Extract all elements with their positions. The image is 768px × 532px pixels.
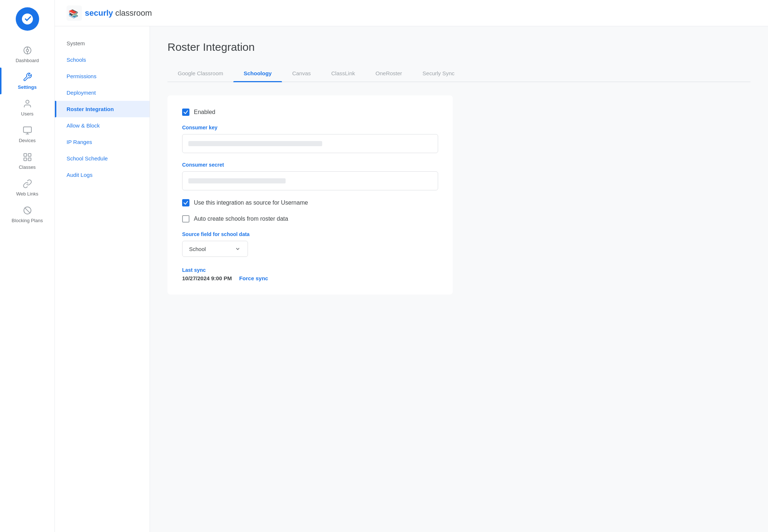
source-field-value: School	[189, 246, 206, 252]
nav-item-ip-ranges[interactable]: IP Ranges	[55, 134, 150, 150]
use-integration-row: Use this integration as source for Usern…	[182, 199, 438, 206]
sidebar-item-devices[interactable]: Devices	[0, 121, 54, 148]
main-area: 📚 securly classroom System Schools Permi…	[55, 0, 768, 532]
tab-canvas[interactable]: Canvas	[282, 65, 321, 81]
svg-rect-10	[28, 153, 31, 156]
devices-label: Devices	[19, 138, 35, 143]
sidebar-item-classes[interactable]: Classes	[0, 148, 54, 174]
classes-label: Classes	[19, 164, 35, 170]
blocking-plans-icon	[22, 205, 33, 216]
use-integration-checkmark-icon	[183, 200, 188, 205]
dashboard-label: Dashboard	[16, 58, 39, 63]
secondary-sidebar: System Schools Permissions Deployment Ro…	[55, 26, 150, 532]
last-sync-row: 10/27/2024 9:00 PM Force sync	[182, 275, 438, 281]
svg-line-14	[25, 208, 30, 213]
blocking-plans-label: Blocking Plans	[12, 218, 43, 223]
left-sidebar: Dashboard Settings Users Devices	[0, 0, 55, 532]
chevron-down-icon	[234, 246, 241, 252]
web-links-label: Web Links	[16, 191, 38, 197]
dashboard-icon	[22, 45, 33, 56]
consumer-key-label: Consumer key	[182, 125, 438, 130]
content-area: System Schools Permissions Deployment Ro…	[55, 26, 768, 532]
consumer-key-placeholder-bar	[188, 141, 322, 146]
devices-icon	[22, 125, 33, 136]
svg-text:📚: 📚	[68, 9, 79, 19]
nav-item-allow-block[interactable]: Allow & Block	[55, 117, 150, 134]
settings-label: Settings	[18, 84, 37, 90]
sidebar-item-blocking-plans[interactable]: Blocking Plans	[0, 201, 54, 228]
sidebar-item-web-links[interactable]: Web Links	[0, 174, 54, 201]
svg-rect-9	[24, 153, 27, 156]
enabled-row: Enabled	[182, 109, 438, 116]
nav-item-system[interactable]: System	[55, 35, 150, 52]
brand-light: classroom	[113, 8, 152, 18]
sidebar-item-settings[interactable]: Settings	[0, 68, 54, 94]
svg-point-2	[26, 49, 29, 52]
top-nav: 📚 securly classroom	[55, 0, 768, 26]
nav-item-permissions[interactable]: Permissions	[55, 68, 150, 84]
main-content: Roster Integration Google Classroom Scho…	[150, 26, 768, 532]
brand-name: securly classroom	[85, 8, 152, 18]
source-field-label: Source field for school data	[182, 231, 438, 237]
tab-schoology[interactable]: Schoology	[233, 65, 282, 81]
enabled-label[interactable]: Enabled	[194, 109, 215, 115]
last-sync-label: Last sync	[182, 267, 438, 273]
brand-bold: securly	[85, 8, 113, 18]
svg-rect-12	[28, 158, 31, 161]
use-integration-checkbox[interactable]	[182, 199, 189, 206]
svg-rect-11	[24, 158, 27, 161]
svg-rect-6	[23, 127, 31, 132]
consumer-key-input[interactable]	[182, 134, 438, 153]
nav-item-deployment[interactable]: Deployment	[55, 84, 150, 101]
logo-icon	[21, 12, 34, 26]
users-icon	[22, 99, 33, 109]
nav-item-audit-logs[interactable]: Audit Logs	[55, 167, 150, 183]
app-logo[interactable]	[16, 7, 39, 31]
consumer-key-group: Consumer key	[182, 125, 438, 153]
form-panel: Enabled Consumer key Consumer secret	[167, 95, 453, 294]
settings-icon	[22, 72, 33, 82]
web-links-icon	[22, 179, 33, 189]
auto-create-checkbox[interactable]	[182, 215, 189, 223]
consumer-secret-group: Consumer secret	[182, 162, 438, 190]
consumer-secret-label: Consumer secret	[182, 162, 438, 168]
sidebar-item-users[interactable]: Users	[0, 94, 54, 121]
users-label: Users	[21, 111, 34, 117]
tab-oneroster[interactable]: OneRoster	[365, 65, 413, 81]
enabled-checkbox[interactable]	[182, 109, 189, 116]
integration-tabs: Google Classroom Schoology Canvas ClassL…	[167, 65, 750, 82]
use-integration-label[interactable]: Use this integration as source for Usern…	[194, 200, 308, 206]
consumer-secret-input[interactable]	[182, 171, 438, 190]
classes-icon	[22, 152, 33, 162]
source-field-group: Source field for school data School	[182, 231, 438, 257]
consumer-secret-placeholder-bar	[188, 178, 286, 183]
last-sync-group: Last sync 10/27/2024 9:00 PM Force sync	[182, 267, 438, 281]
source-field-dropdown[interactable]: School	[182, 241, 248, 257]
nav-item-school-schedule[interactable]: School Schedule	[55, 150, 150, 167]
last-sync-time: 10/27/2024 9:00 PM	[182, 275, 232, 281]
page-title: Roster Integration	[167, 41, 750, 53]
tab-classlink[interactable]: ClassLink	[321, 65, 365, 81]
sidebar-item-dashboard[interactable]: Dashboard	[0, 41, 54, 68]
brand-logo: 📚 securly classroom	[67, 5, 152, 21]
nav-item-schools[interactable]: Schools	[55, 52, 150, 68]
auto-create-label[interactable]: Auto create schools from roster data	[194, 216, 288, 222]
nav-item-roster-integration[interactable]: Roster Integration	[55, 101, 150, 117]
svg-point-5	[26, 100, 29, 103]
tab-securly-sync[interactable]: Securly Sync	[412, 65, 465, 81]
tab-google-classroom[interactable]: Google Classroom	[167, 65, 233, 81]
auto-create-row: Auto create schools from roster data	[182, 215, 438, 223]
brand-logo-svg: 📚	[67, 5, 82, 21]
force-sync-button[interactable]: Force sync	[239, 275, 268, 281]
checkmark-icon	[183, 110, 188, 115]
